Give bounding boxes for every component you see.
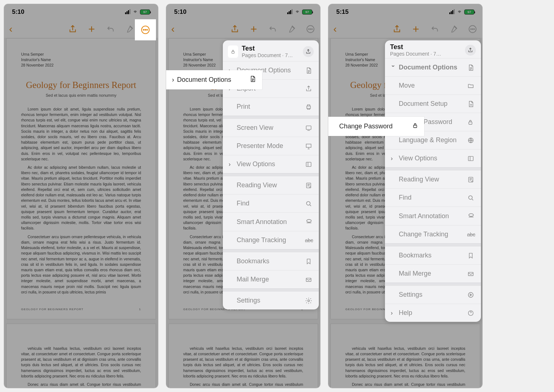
menu-document-options[interactable]: ›Document Options xyxy=(385,58,481,76)
svg-rect-34 xyxy=(468,272,473,275)
svg-point-6 xyxy=(145,29,146,30)
brush-icon[interactable] xyxy=(449,24,458,34)
highlight-more-button[interactable] xyxy=(135,19,156,40)
menu-find[interactable]: ›Find xyxy=(385,188,481,207)
share-icon[interactable] xyxy=(230,24,240,34)
popover-header: Test Pages Document · 7… xyxy=(385,40,481,58)
doc-instructor: Instructor's Name xyxy=(21,57,141,63)
add-icon[interactable] xyxy=(249,24,258,34)
document-setup-icon xyxy=(467,100,475,108)
popover-doc-meta: Pages Document · 7… xyxy=(390,51,461,57)
signal-icon xyxy=(449,10,455,14)
popover-share-icon[interactable] xyxy=(465,45,476,56)
more-icon[interactable] xyxy=(468,24,477,34)
battery-icon: 97 xyxy=(302,9,312,15)
svg-point-35 xyxy=(468,292,473,297)
menu-presenter-mode[interactable]: ›Presenter Mode xyxy=(223,137,319,155)
wifi-icon xyxy=(132,10,138,14)
menu-view-options[interactable]: ›View Options xyxy=(385,149,481,167)
share-icon[interactable] xyxy=(68,24,77,34)
lock-icon xyxy=(467,119,475,126)
svg-point-31 xyxy=(472,181,473,182)
menu-help[interactable]: ›Help xyxy=(385,304,481,322)
svg-point-9 xyxy=(309,28,309,29)
menu-settings[interactable]: ›Settings xyxy=(223,291,319,309)
wifi-icon xyxy=(294,10,300,14)
menu-smart-annotation[interactable]: ›Smart Annotation xyxy=(385,207,481,225)
brush-icon[interactable] xyxy=(125,24,134,34)
more-icon[interactable] xyxy=(306,24,315,34)
svg-point-26 xyxy=(474,28,474,29)
menu-change-tracking[interactable]: ›Change Tracking abc xyxy=(223,231,319,249)
popover-share-icon[interactable] xyxy=(303,46,314,57)
lock-icon xyxy=(412,122,418,131)
menu-mail-merge[interactable]: ›Mail Merge xyxy=(385,264,481,283)
back-button[interactable]: ‹ xyxy=(9,23,12,35)
menu-bookmarks[interactable]: ›Bookmarks xyxy=(223,252,319,270)
document-page-2: vehicula velit hasellus lectus, vestibul… xyxy=(168,324,318,388)
add-icon[interactable] xyxy=(411,24,421,34)
highlight-document-options[interactable]: ›Document Options xyxy=(166,70,262,89)
clock: 5:10 xyxy=(12,8,24,16)
document-icon xyxy=(249,75,256,84)
undo-icon[interactable] xyxy=(268,24,277,34)
bookmark-icon xyxy=(467,252,475,259)
doc-paragraph: Donec arcu risus diam amet sit. Congue t… xyxy=(21,382,141,388)
document-canvas[interactable]: Urna Semper Instructor's Name 28 Novembe… xyxy=(4,38,158,388)
menu-reading-view[interactable]: ›Reading View xyxy=(223,176,319,194)
document-icon xyxy=(305,67,313,74)
popover-doc-title: Test xyxy=(390,43,461,51)
menu-bookmarks[interactable]: ›Bookmarks xyxy=(385,246,481,264)
menu-move[interactable]: ›Move xyxy=(385,76,481,95)
svg-rect-27 xyxy=(469,122,472,124)
share-icon[interactable] xyxy=(392,24,402,34)
menu-reading-view[interactable]: ›Reading View xyxy=(385,170,481,188)
menu-screen-view[interactable]: ›Screen View xyxy=(223,119,319,137)
brush-icon[interactable] xyxy=(287,24,296,34)
mail-merge-icon xyxy=(467,270,475,277)
help-icon xyxy=(467,309,475,317)
search-icon xyxy=(467,194,475,201)
undo-icon[interactable] xyxy=(106,24,115,34)
phone-screenshot-2: 5:10 97 ‹ Urna Semper Instructor's Name … xyxy=(166,4,321,388)
menu-smart-annotation[interactable]: ›Smart Annotation xyxy=(223,212,319,231)
back-button[interactable]: ‹ xyxy=(171,23,174,35)
menu-document-setup[interactable]: ›Document Setup xyxy=(385,95,481,113)
battery-icon: 97 xyxy=(464,9,474,15)
popover-doc-title: Test xyxy=(242,45,299,52)
reading-icon xyxy=(467,176,475,183)
status-bar: 5:10 97 xyxy=(166,4,320,20)
menu-change-tracking[interactable]: ›Change Tracking abc xyxy=(385,225,481,243)
doc-paragraph: vehicula velit hasellus lectus, vestibul… xyxy=(345,346,465,379)
svg-point-20 xyxy=(307,220,312,222)
menu-find[interactable]: ›Find xyxy=(223,194,319,212)
svg-point-10 xyxy=(310,28,311,29)
menu-print[interactable]: ›Print xyxy=(223,97,319,116)
document-icon xyxy=(467,64,475,71)
doc-paragraph: Donec arcu risus diam amet sit. Congue t… xyxy=(345,382,465,388)
doc-title: Geology for Beginners Report xyxy=(21,79,141,92)
annotation-icon xyxy=(467,212,475,220)
menu-settings[interactable]: ›Settings xyxy=(385,285,481,304)
svg-rect-17 xyxy=(306,183,311,188)
svg-point-24 xyxy=(471,28,471,29)
back-button[interactable]: ‹ xyxy=(333,23,337,35)
doc-paragraph: Consectetuer arcu ipsum ornare pellentes… xyxy=(21,234,141,295)
add-icon[interactable] xyxy=(87,24,96,34)
tracking-icon: abc xyxy=(305,237,313,243)
highlight-change-password[interactable]: ›Change Password xyxy=(328,117,424,136)
gear-icon xyxy=(305,297,313,304)
svg-point-22 xyxy=(308,300,310,301)
svg-rect-16 xyxy=(306,162,311,167)
undo-icon[interactable] xyxy=(430,24,439,34)
menu-mail-merge[interactable]: ›Mail Merge xyxy=(223,270,319,288)
doc-date: 28 November 2022 xyxy=(21,63,141,68)
document-options-popover: Test Pages Document · 7… ›Document Optio… xyxy=(385,40,481,322)
document-page-1: Urna Semper Instructor's Name 28 Novembe… xyxy=(6,38,156,319)
menu-view-options[interactable]: ›View Options xyxy=(223,155,319,173)
status-bar: 5:15 97 xyxy=(328,4,482,20)
print-icon xyxy=(305,103,313,111)
clock: 5:10 xyxy=(174,8,186,16)
svg-rect-14 xyxy=(306,126,311,129)
clock: 5:15 xyxy=(336,8,349,16)
